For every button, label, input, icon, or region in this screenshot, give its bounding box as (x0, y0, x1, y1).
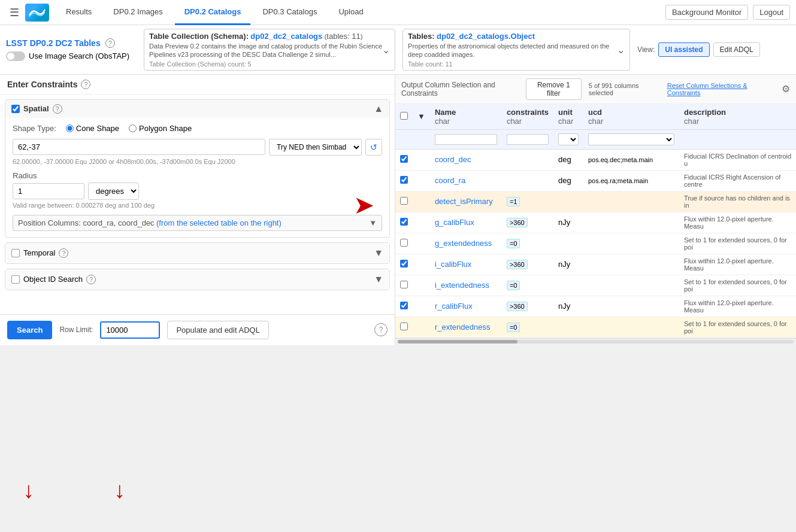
row-checkbox[interactable] (400, 302, 408, 309)
temporal-checkbox[interactable] (11, 249, 20, 257)
row-name: coord_dec (430, 149, 502, 170)
object-id-collapse-button[interactable]: ▼ (374, 274, 383, 285)
row-constraint: >360 (502, 296, 553, 317)
row-description: Fiducial ICRS Declination of centroid u (679, 149, 796, 170)
constraints-header: Enter Constraints ? (0, 75, 395, 95)
row-constraint: >360 (502, 254, 553, 275)
object-id-header[interactable]: Object ID Search ? ▼ (5, 269, 389, 290)
table-row: i_calibFlux>360nJyFlux within 12.0-pixel… (395, 254, 796, 275)
table-selected-name: dp02_dc2_catalogs.Object (437, 32, 535, 41)
row-description: Fiducial ICRS Right Ascension of centre (679, 170, 796, 191)
row-unit (553, 191, 583, 212)
select-all-checkbox[interactable] (400, 112, 408, 120)
radius-label: Radius (13, 171, 382, 180)
data-table-container[interactable]: ▼ Namechar constraintschar unitchar ucdc… (395, 104, 796, 338)
row-checkbox[interactable] (400, 281, 408, 288)
position-columns-arrow-icon: ▼ (369, 218, 377, 227)
radius-unit-select[interactable]: degrees (88, 183, 139, 200)
coord-row: Try NED then Simbad ↺ (13, 139, 382, 156)
spatial-collapse-button[interactable]: ▲ (374, 104, 383, 114)
row-checkbox[interactable] (400, 176, 408, 184)
position-columns-row[interactable]: Position Columns: coord_ra, coord_dec (f… (13, 215, 382, 231)
row-checkbox[interactable] (400, 239, 408, 247)
logout-button[interactable]: Logout (753, 5, 790, 20)
polygon-shape-option[interactable]: Polygon Shape (129, 124, 192, 133)
row-checkbox[interactable] (400, 218, 408, 226)
cone-shape-option[interactable]: Cone Shape (66, 124, 119, 133)
coord-resolver-select[interactable]: Try NED then Simbad (269, 139, 362, 156)
top-navigation: ☰ Results DP0.2 Images DP0.2 Catalogs DP… (0, 0, 796, 25)
row-checkbox-cell (395, 275, 413, 296)
spatial-body: Shape Type: Cone Shape Polygon Shape (5, 118, 389, 237)
column-settings-icon[interactable]: ⚙ (782, 83, 790, 95)
background-monitor-button[interactable]: Background Monitor (665, 5, 748, 20)
lsst-title: LSST DP0.2 DC2 Tables (6, 38, 101, 48)
coord-input[interactable] (13, 139, 265, 155)
search-button[interactable]: Search (7, 321, 52, 339)
table-collection-name: dp02_dc2_catalogs (250, 32, 322, 41)
table-row: r_calibFlux>360nJyFlux within 12.0-pixel… (395, 296, 796, 317)
tab-upload[interactable]: Upload (329, 0, 373, 25)
spatial-help-icon[interactable]: ? (53, 104, 62, 114)
row-filter-cell (413, 317, 430, 338)
row-filter-cell (413, 212, 430, 233)
table-collection-picker[interactable]: Table Collection (Schema): dp02_dc2_cata… (144, 29, 395, 71)
radius-input[interactable] (13, 183, 84, 199)
row-checkbox-cell (395, 317, 413, 338)
right-panel: Output Column Selection and Constraints … (395, 75, 796, 345)
polygon-shape-label: Polygon Shape (139, 124, 192, 133)
ucd-filter-select[interactable] (588, 133, 674, 145)
horizontal-scrollbar[interactable] (395, 338, 796, 345)
row-limit-input[interactable] (100, 321, 160, 339)
menu-button[interactable]: ☰ (6, 4, 23, 22)
object-id-checkbox[interactable] (11, 275, 20, 284)
table-body: coord_decdegpos.eq.dec;meta.mainFiducial… (395, 149, 796, 338)
temporal-header[interactable]: Temporal ? ▼ (5, 243, 389, 263)
edit-adql-button[interactable]: Edit ADQL (713, 42, 760, 57)
tab-results[interactable]: Results (56, 0, 101, 25)
row-checkbox[interactable] (400, 323, 408, 330)
view-label: View: (637, 45, 655, 54)
bottom-help-button[interactable]: ? (374, 323, 388, 336)
row-checkbox[interactable] (400, 197, 408, 205)
reset-columns-link[interactable]: Reset Column Selections & Constraints (667, 82, 774, 96)
table-row: g_extendedness=0Set to 1 for extended so… (395, 233, 796, 254)
table-collection-footer: Table Collection (Schema) count: 5 (149, 60, 390, 68)
tab-dp02-images[interactable]: DP0.2 Images (104, 0, 172, 25)
row-description: True if source has no children and is in (679, 191, 796, 212)
tab-dp03-catalogs[interactable]: DP0.3 Catalogs (253, 0, 326, 25)
data-table: ▼ Namechar constraintschar unitchar ucdc… (395, 104, 796, 338)
annotation-arrow-down-search: ↓ (23, 479, 34, 501)
filter-icon[interactable]: ▼ (417, 112, 425, 121)
lsst-help-icon[interactable]: ? (105, 38, 115, 48)
table-picker[interactable]: Tables: dp02_dc2_catalogs.Object Propert… (402, 29, 630, 71)
obstap-toggle[interactable] (6, 51, 25, 61)
row-checkbox[interactable] (400, 155, 408, 163)
unit-filter-select[interactable] (558, 133, 579, 145)
name-filter-input[interactable] (435, 134, 497, 145)
filter-row-checkbox-cell (395, 129, 413, 149)
constraints-help-icon[interactable]: ? (81, 80, 90, 89)
populate-adql-button[interactable]: Populate and edit ADQL (167, 321, 269, 339)
spatial-checkbox[interactable] (11, 105, 20, 113)
column-stats: 5 of 991 columns selected (589, 82, 660, 96)
object-id-help-icon[interactable]: ? (86, 275, 96, 284)
coord-refresh-icon[interactable]: ↺ (365, 139, 382, 156)
col-header-name: Namechar (430, 104, 502, 130)
remove-filter-button[interactable]: Remove 1 filter (526, 78, 582, 100)
constraints-filter-input[interactable] (507, 134, 549, 145)
tab-dp02-catalogs[interactable]: DP0.2 Catalogs (175, 0, 251, 25)
row-checkbox[interactable] (400, 260, 408, 267)
spatial-section-header[interactable]: Spatial ? ▲ (5, 100, 389, 118)
col-header-constraints: constraintschar (502, 104, 553, 130)
row-ucd (583, 233, 679, 254)
row-constraint: =1 (502, 191, 553, 212)
temporal-collapse-button[interactable]: ▼ (374, 248, 383, 259)
scrollbar-thumb[interactable] (398, 340, 517, 343)
ui-assisted-button[interactable]: UI assisted (658, 42, 709, 57)
cone-shape-radio[interactable] (66, 124, 74, 132)
temporal-help-icon[interactable]: ? (59, 248, 68, 258)
object-id-section: Object ID Search ? ▼ (5, 269, 390, 290)
polygon-shape-radio[interactable] (129, 124, 137, 132)
row-limit-label: Row Limit: (59, 326, 93, 334)
